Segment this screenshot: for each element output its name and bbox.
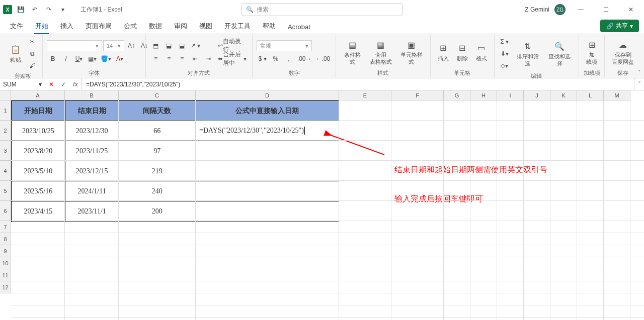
table-cell[interactable]: 97 xyxy=(119,141,196,161)
tab-数据[interactable]: 数据 xyxy=(144,19,167,34)
font-family-selector[interactable]: ▾ xyxy=(47,40,102,51)
format-painter-button[interactable]: 🖌 xyxy=(26,60,38,71)
find-select-button[interactable]: 🔍查找和选择 xyxy=(544,39,575,68)
font-size-selector[interactable]: 14▾ xyxy=(103,40,124,51)
row-header-7[interactable]: 7 xyxy=(0,221,11,233)
cell-styles-button[interactable]: ▣单元格样式 xyxy=(397,37,426,67)
insert-function-button[interactable]: fx xyxy=(69,81,82,88)
tab-插入[interactable]: 插入 xyxy=(55,19,78,34)
qat-save-button[interactable]: 💾 xyxy=(15,4,26,15)
table-cell[interactable]: 200 xyxy=(119,201,196,222)
align-center-button[interactable]: ≡ xyxy=(163,53,175,64)
percent-button[interactable]: % xyxy=(270,53,282,64)
save-baidu-button[interactable]: ☁保存到 百度网盘 xyxy=(609,37,637,67)
table-cell[interactable]: 2023/12/30 xyxy=(65,121,119,141)
share-button[interactable]: 🔗 共享 ▾ xyxy=(600,20,639,32)
bold-button[interactable]: B xyxy=(47,53,59,64)
col-header-F[interactable]: F xyxy=(391,90,444,100)
table-header-cell[interactable]: 开始日期 xyxy=(12,101,65,121)
align-middle-button[interactable]: ⬓ xyxy=(163,40,175,51)
increase-indent-button[interactable]: ⇥ xyxy=(202,53,214,64)
tab-文件[interactable]: 文件 xyxy=(5,19,28,34)
maximize-button[interactable]: ☐ xyxy=(596,2,616,17)
col-header-A[interactable]: A xyxy=(11,90,65,100)
increase-font-button[interactable]: A↑ xyxy=(125,40,137,51)
tab-视图[interactable]: 视图 xyxy=(194,19,217,34)
italic-button[interactable]: I xyxy=(60,53,72,64)
confirm-formula-button[interactable]: ✓ xyxy=(57,81,69,88)
table-cell[interactable]: 219 xyxy=(119,161,196,181)
table-cell[interactable]: 2023/5/16 xyxy=(12,181,65,201)
select-all-corner[interactable] xyxy=(0,90,11,100)
align-top-button[interactable]: ⬒ xyxy=(150,40,162,51)
wrap-text-button[interactable]: ↩ 自动换行 xyxy=(216,40,248,51)
col-header-I[interactable]: I xyxy=(497,90,524,100)
conditional-format-button[interactable]: ▤条件格式 xyxy=(340,37,365,67)
qat-customize-button[interactable]: ▾ xyxy=(57,4,68,15)
table-cell[interactable]: 2023/10/25 xyxy=(12,121,65,141)
minimize-button[interactable]: — xyxy=(571,2,591,17)
user-name[interactable]: Z Gemini xyxy=(525,6,549,13)
border-button[interactable]: ▦ ▾ xyxy=(86,53,98,64)
row-header-4[interactable]: 4 xyxy=(0,161,11,181)
row-header-5[interactable]: 5 xyxy=(0,181,11,201)
user-avatar[interactable]: ZG xyxy=(554,4,566,15)
col-header-K[interactable]: K xyxy=(550,90,577,100)
table-cell[interactable]: 2023/11/1 xyxy=(65,201,119,222)
tab-页面布局[interactable]: 页面布局 xyxy=(80,19,117,34)
tab-帮助[interactable]: 帮助 xyxy=(258,19,281,34)
underline-button[interactable]: U ▾ xyxy=(73,53,85,64)
row-header-8[interactable]: 8 xyxy=(0,233,11,245)
cut-button[interactable]: ✂ xyxy=(26,36,38,47)
col-header-L[interactable]: L xyxy=(577,90,604,100)
align-left-button[interactable]: ≡ xyxy=(150,53,162,64)
spreadsheet-grid[interactable]: ABCDEFGHIJKLM 123456789101112 开始日期结束日期间隔… xyxy=(0,90,644,320)
autosum-button[interactable]: Σ ▾ xyxy=(499,36,511,47)
table-header-cell[interactable]: 间隔天数 xyxy=(119,101,196,121)
fill-button[interactable]: ⬇ ▾ xyxy=(499,48,511,59)
sort-filter-button[interactable]: ⇅排序和筛选 xyxy=(513,39,543,68)
table-header-cell[interactable]: 公式中直接输入日期 xyxy=(196,101,339,121)
table-cell[interactable] xyxy=(196,201,339,222)
tab-开发工具[interactable]: 开发工具 xyxy=(219,19,256,34)
col-header-G[interactable]: G xyxy=(444,90,470,100)
expand-formula-bar-button[interactable]: ˅ xyxy=(634,78,644,90)
col-header-E[interactable]: E xyxy=(339,90,391,100)
table-cell[interactable]: 2023/11/25 xyxy=(65,141,119,161)
col-header-C[interactable]: C xyxy=(119,90,196,100)
table-cell[interactable]: 2023/4/15 xyxy=(12,201,65,222)
format-cells-button[interactable]: ▭格式 xyxy=(473,41,490,64)
row-header-12[interactable]: 12 xyxy=(0,281,11,293)
table-cell[interactable]: 2023/12/15 xyxy=(65,161,119,181)
qat-redo-button[interactable]: ↷ xyxy=(43,4,54,15)
col-header-H[interactable]: H xyxy=(470,90,497,100)
table-cell[interactable] xyxy=(196,181,339,201)
fill-color-button[interactable]: 🪣 ▾ xyxy=(99,53,113,64)
orientation-button[interactable]: ↗ ▾ xyxy=(189,40,202,51)
table-cell[interactable] xyxy=(196,161,339,181)
table-cell[interactable]: 2024/1/11 xyxy=(65,181,119,201)
addins-button[interactable]: ⊞加 载项 xyxy=(583,37,600,67)
row-header-10[interactable]: 10 xyxy=(0,257,11,269)
table-cell[interactable]: 240 xyxy=(119,181,196,201)
table-cell[interactable]: 2023/8/20 xyxy=(12,141,65,161)
row-header-2[interactable]: 2 xyxy=(0,121,11,141)
clear-button[interactable]: ◇ ▾ xyxy=(499,60,511,71)
search-box[interactable]: 🔍 搜索 xyxy=(242,3,403,16)
cancel-formula-button[interactable]: ✕ xyxy=(45,81,57,88)
table-cell[interactable] xyxy=(196,141,339,161)
copy-button[interactable]: ⧉ xyxy=(26,48,38,59)
row-header-9[interactable]: 9 xyxy=(0,245,11,257)
align-bottom-button[interactable]: ⬓ xyxy=(176,40,188,51)
active-editing-cell[interactable]: =DAYS("2023/12/30","2023/10/25") xyxy=(196,121,339,141)
table-header-cell[interactable]: 结束日期 xyxy=(65,101,119,121)
col-header-J[interactable]: J xyxy=(524,90,550,100)
tab-Acrobat[interactable]: Acrobat xyxy=(283,20,315,34)
font-color-button[interactable]: A ▾ xyxy=(114,53,126,64)
merge-center-button[interactable]: ⬌ 合并后居中 ▾ xyxy=(216,53,248,64)
qat-undo-button[interactable]: ↶ xyxy=(29,4,40,15)
col-header-B[interactable]: B xyxy=(65,90,119,100)
table-cell[interactable]: 66 xyxy=(119,121,196,141)
close-button[interactable]: ✕ xyxy=(621,2,641,17)
paste-button[interactable]: 📋 粘贴 xyxy=(7,42,24,65)
